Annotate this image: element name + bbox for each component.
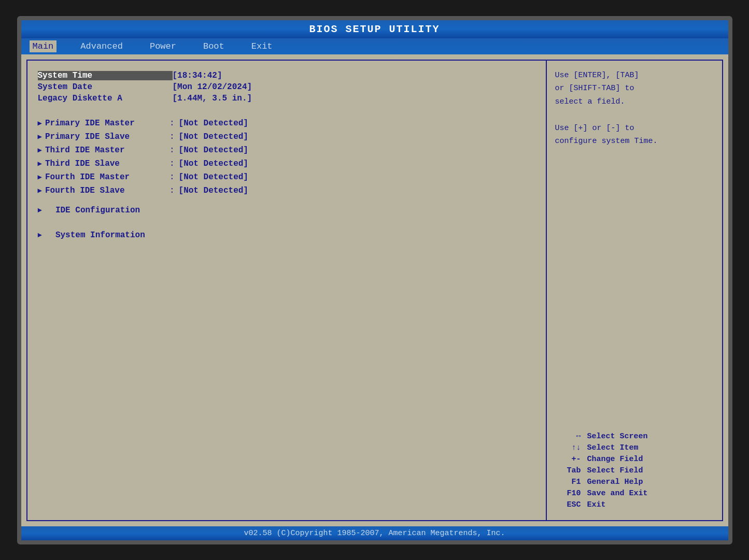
ide-value: [Not Detected] [179,173,248,182]
ide-arrow: ▶ [38,132,42,141]
system-time-row: System Time [18:34:42] [38,71,535,80]
key-symbol: ↑↓ [555,443,581,452]
system-time-value[interactable]: [18:34:42] [173,71,222,80]
diskette-label: Legacy Diskette A [38,94,173,103]
key-desc: Change Field [587,455,643,464]
key-symbol: ↔ [555,432,581,441]
menu-exit[interactable]: Exit [248,40,276,52]
key-symbol: Tab [555,466,581,475]
system-time-label: System Time [38,71,173,80]
menu-bar: Main Advanced Power Boot Exit [21,38,728,54]
key-row: ↔Select Screen [555,432,714,441]
ide-colon: : [169,146,175,155]
key-symbol: +- [555,455,581,464]
ide-row[interactable]: ▶Primary IDE Master:[Not Detected] [38,119,535,128]
sys-info-arrow: ► [38,231,42,239]
ide-label: Third IDE Master [45,146,169,155]
key-symbol: F10 [555,489,581,498]
ide-value: [Not Detected] [179,186,248,195]
diskette-row: Legacy Diskette A [1.44M, 3.5 in.] [38,94,535,103]
ide-arrow: ▶ [38,146,42,154]
main-panel: System Time [18:34:42] System Date [Mon … [26,60,547,521]
system-info-section: System Time [18:34:42] System Date [Mon … [38,71,535,103]
ide-colon: : [169,159,175,168]
help-line5: Use [+] or [-] to [555,122,714,135]
side-panel: Use [ENTER], [TAB] or [SHIFT-TAB] to sel… [547,60,723,521]
title-bar: BIOS SETUP UTILITY [21,20,728,38]
bios-title: BIOS SETUP UTILITY [309,23,440,35]
ide-colon: : [169,132,175,141]
system-date-value[interactable]: [Mon 12/02/2024] [173,82,252,92]
ide-colon: : [169,119,175,128]
ide-config-arrow: ► [38,206,42,214]
key-desc: Save and Exit [587,489,648,498]
footer-text: v02.58 (C)Copyright 1985-2007, American … [244,529,505,538]
menu-boot[interactable]: Boot [200,40,228,52]
key-symbol: ESC [555,500,581,509]
ide-row[interactable]: ▶Fourth IDE Slave:[Not Detected] [38,186,535,195]
help-text: Use [ENTER], [TAB] or [SHIFT-TAB] to sel… [555,69,714,148]
ide-label: Third IDE Slave [45,159,169,168]
ide-colon: : [169,186,175,195]
key-row: ↑↓Select Item [555,443,714,452]
key-help: ↔Select Screen↑↓Select Item+-Change Fiel… [555,432,714,512]
menu-main[interactable]: Main [30,40,57,52]
system-date-label: System Date [38,82,173,92]
ide-section: ▶Primary IDE Master:[Not Detected]▶Prima… [38,119,535,195]
ide-row[interactable]: ▶Fourth IDE Master:[Not Detected] [38,173,535,182]
help-line2: or [SHIFT-TAB] to [555,82,714,95]
key-row: TabSelect Field [555,466,714,475]
help-line6: configure system Time. [555,135,714,148]
key-desc: Select Item [587,443,639,452]
ide-arrow: ▶ [38,173,42,181]
ide-arrow: ▶ [38,186,42,195]
key-desc: Exit [587,500,606,509]
ide-row[interactable]: ▶Third IDE Slave:[Not Detected] [38,159,535,168]
ide-label: Fourth IDE Slave [45,186,169,195]
ide-arrow: ▶ [38,159,42,168]
ide-config-label: IDE Configuration [55,206,140,215]
key-row: F1General Help [555,478,714,486]
ide-colon: : [169,173,175,182]
content-area: System Time [18:34:42] System Date [Mon … [21,54,728,526]
help-line1: Use [ENTER], [TAB] [555,69,714,82]
key-symbol: F1 [555,478,581,486]
key-desc: Select Screen [587,432,648,441]
ide-label: Primary IDE Slave [45,132,169,141]
ide-row[interactable]: ▶Primary IDE Slave:[Not Detected] [38,132,535,141]
ide-arrow: ▶ [38,119,42,127]
sys-info-row[interactable]: ► System Information [38,231,535,240]
ide-value: [Not Detected] [179,132,248,141]
key-row: F10Save and Exit [555,489,714,498]
ide-config-row[interactable]: ► IDE Configuration [38,206,535,215]
key-desc: General Help [587,478,643,486]
key-row: +-Change Field [555,455,714,464]
footer: v02.58 (C)Copyright 1985-2007, American … [21,526,728,540]
ide-value: [Not Detected] [179,146,248,155]
ide-value: [Not Detected] [179,119,248,128]
diskette-value[interactable]: [1.44M, 3.5 in.] [173,94,252,103]
key-row: ESCExit [555,500,714,509]
key-desc: Select Field [587,466,643,475]
ide-value: [Not Detected] [179,159,248,168]
menu-power[interactable]: Power [147,40,179,52]
system-date-row: System Date [Mon 12/02/2024] [38,82,535,92]
ide-label: Fourth IDE Master [45,173,169,182]
help-line3: select a field. [555,95,714,109]
menu-advanced[interactable]: Advanced [77,40,126,52]
screen: BIOS SETUP UTILITY Main Advanced Power B… [21,20,728,540]
monitor: BIOS SETUP UTILITY Main Advanced Power B… [17,16,732,544]
sys-info-label: System Information [55,231,145,240]
ide-label: Primary IDE Master [45,119,169,128]
ide-row[interactable]: ▶Third IDE Master:[Not Detected] [38,146,535,155]
